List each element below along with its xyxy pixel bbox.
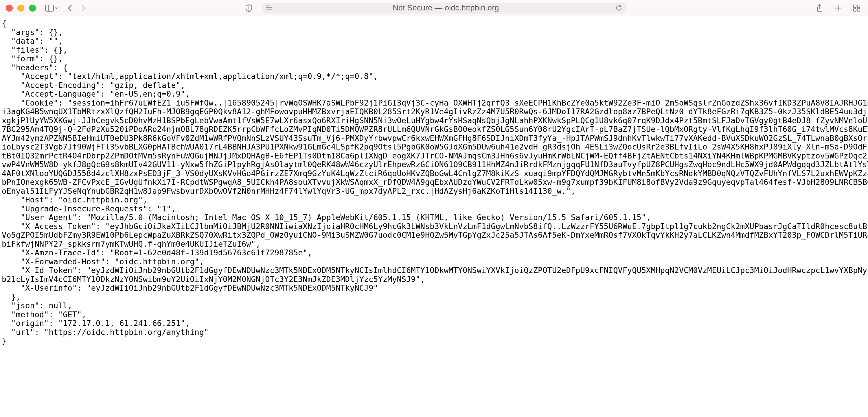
chevron-down-icon [55, 6, 58, 10]
sidebar-icon [45, 5, 54, 11]
svg-rect-10 [857, 5, 860, 7]
chevron-right-icon [81, 4, 86, 12]
reload-button[interactable] [615, 5, 622, 11]
reader-mode-icon[interactable] [266, 5, 272, 11]
address-bar[interactable]: Not Secure — oidc.httpbin.org [262, 3, 626, 13]
sidebar-toggle-button[interactable] [45, 5, 58, 11]
chevron-left-icon [67, 4, 73, 12]
back-button[interactable] [64, 3, 75, 13]
svg-rect-12 [857, 9, 860, 11]
share-button[interactable] [814, 3, 825, 13]
tab-overview-button[interactable] [851, 3, 862, 13]
response-body-json: { "args": {}, "data": "", "files": {}, "… [0, 16, 868, 346]
browser-toolbar: Not Secure — oidc.httpbin.org [0, 0, 868, 16]
share-icon [816, 4, 824, 12]
shield-icon [245, 4, 253, 12]
grid-icon [853, 4, 861, 12]
window-controls [6, 5, 36, 11]
forward-button[interactable] [78, 3, 89, 13]
maximize-window-button[interactable] [29, 5, 36, 11]
minimize-window-button[interactable] [18, 5, 24, 11]
svg-rect-9 [854, 5, 856, 7]
new-tab-button[interactable] [833, 3, 844, 13]
svg-rect-0 [45, 5, 54, 11]
plus-icon [834, 4, 842, 12]
address-text: Not Secure — oidc.httpbin.org [276, 3, 615, 12]
privacy-shield-button[interactable] [243, 3, 254, 13]
svg-rect-11 [854, 9, 856, 11]
close-window-button[interactable] [6, 5, 13, 11]
